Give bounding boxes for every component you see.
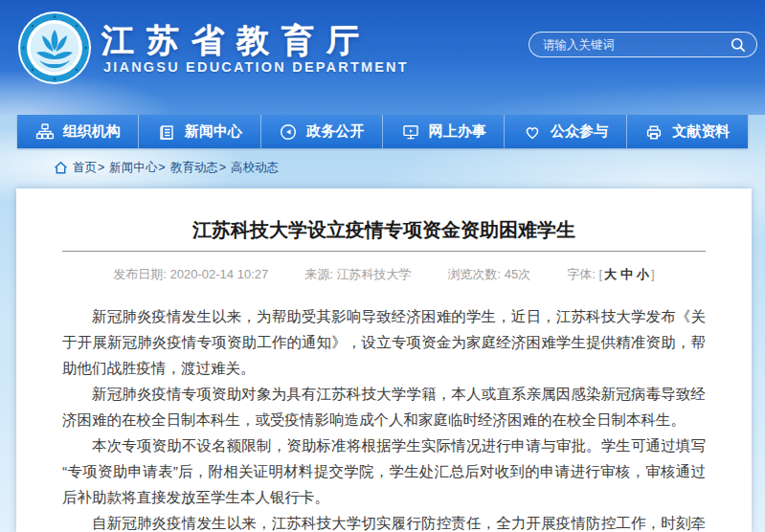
search-icon[interactable] (730, 36, 747, 54)
main-nav: 组织机构 新闻中心 政务公开 网上办事 (17, 115, 748, 148)
article-source: 来源: 江苏科技大学 (304, 266, 411, 283)
title-divider (62, 251, 706, 252)
font-size-large-button[interactable]: 大 (604, 267, 617, 281)
font-size-medium-button[interactable]: 中 (620, 267, 633, 281)
nav-item-label: 网上办事 (429, 122, 486, 141)
search-input[interactable] (543, 38, 730, 52)
article-body: 新冠肺炎疫情发生以来，为帮助受其影响导致经济困难的学生，近日，江苏科技大学发布《… (62, 303, 706, 532)
article-panel: 江苏科技大学设立疫情专项资金资助困难学生 发布日期: 2020-02-14 10… (16, 188, 752, 532)
jiangsu-education-logo-icon (17, 11, 92, 85)
site-title-en: JIANGSU EDUCATION DEPARTMENT (103, 59, 409, 75)
nav-item-organization[interactable]: 组织机构 (17, 115, 138, 148)
participation-icon (523, 122, 542, 142)
nav-item-label: 政务公开 (306, 122, 364, 141)
breadcrumb-separator: > (158, 161, 165, 174)
breadcrumb-home[interactable]: 首页 (73, 160, 97, 176)
breadcrumb-edu-dynamics[interactable]: 教育动态 (170, 160, 218, 176)
nav-item-gov-disclosure[interactable]: 政务公开 (260, 115, 382, 148)
view-count: 浏览次数: 45次 (447, 266, 530, 283)
home-icon[interactable] (54, 161, 68, 175)
news-icon (157, 122, 176, 142)
nav-item-label: 新闻中心 (185, 122, 242, 141)
nav-item-documents[interactable]: 文献资料 (626, 115, 748, 148)
documents-icon (644, 122, 664, 142)
font-size-small-button[interactable]: 小 (637, 267, 649, 281)
disclosure-icon (279, 122, 298, 142)
sitemap-icon (35, 122, 55, 142)
breadcrumb-university-dynamics[interactable]: 高校动态 (231, 160, 279, 176)
breadcrumb-separator: > (219, 161, 226, 174)
nav-item-label: 组织机构 (63, 122, 121, 141)
article-meta: 发布日期: 2020-02-14 10:27 来源: 江苏科技大学 浏览次数: … (16, 266, 752, 283)
breadcrumb: 首页> 新闻中心> 教育动态> 高校动态 (54, 159, 279, 176)
font-size-control: 字体: [大中小] (567, 266, 655, 283)
nav-item-label: 公众参与 (551, 122, 608, 141)
nav-item-news-center[interactable]: 新闻中心 (138, 115, 259, 148)
article-paragraph: 新冠肺炎疫情专项资助对象为具有江苏科技大学学籍，本人或直系亲属因感染新冠病毒导致… (62, 381, 706, 432)
nav-item-label: 文献资料 (672, 122, 730, 141)
search-box (529, 32, 757, 57)
article-paragraph: 新冠肺炎疫情发生以来，为帮助受其影响导致经济困难的学生，近日，江苏科技大学发布《… (62, 303, 706, 381)
article-paragraph: 自新冠肺炎疫情发生以来，江苏科技大学切实履行防控责任，全力开展疫情防控工作，时刻… (62, 510, 706, 532)
publish-date: 发布日期: 2020-02-14 10:27 (113, 266, 268, 283)
nav-item-online-services[interactable]: 网上办事 (382, 115, 504, 148)
page: 江苏省教育厅 JIANGSU EDUCATION DEPARTMENT 组织机构 (0, 0, 765, 532)
online-service-icon (401, 122, 420, 142)
nav-item-public-participation[interactable]: 公众参与 (504, 115, 625, 148)
site-title: 江苏省教育厅 (101, 19, 371, 63)
breadcrumb-news-center[interactable]: 新闻中心 (109, 160, 157, 176)
article-paragraph: 本次专项资助不设名额限制，资助标准将根据学生实际情况进行申请与审批。学生可通过填… (62, 432, 706, 510)
article-title: 江苏科技大学设立疫情专项资金资助困难学生 (16, 217, 752, 242)
site-header: 江苏省教育厅 JIANGSU EDUCATION DEPARTMENT (0, 0, 765, 115)
breadcrumb-separator: > (98, 161, 104, 174)
